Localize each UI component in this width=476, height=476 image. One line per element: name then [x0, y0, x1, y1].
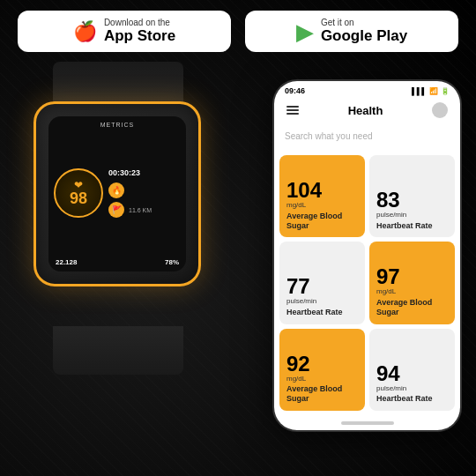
hamburger-line-1	[286, 106, 299, 108]
hamburger-menu-icon[interactable]	[286, 106, 299, 115]
watch-title: METRICS	[54, 122, 181, 128]
card-2-value: 77	[286, 276, 358, 297]
watch-steps-value: 22.128	[56, 258, 77, 266]
health-card-0: 104 mg/dL Average Blood Sugar	[279, 155, 365, 237]
battery-icon: 🔋	[441, 87, 450, 95]
card-3-label: Average Blood Sugar	[376, 298, 448, 317]
phone-search-bar: Search what you need	[274, 123, 460, 150]
health-card-3: 97 mg/dL Average Blood Sugar	[369, 242, 455, 324]
google-play-name: Google Play	[321, 27, 407, 45]
card-2-unit: pulse/min	[286, 297, 358, 306]
card-4-value: 92	[286, 353, 358, 375]
watch-right-area: 00:30:23 🔥 🚩 11.6 KM	[108, 168, 181, 218]
card-2-label: Heartbeat Rate	[286, 308, 358, 317]
watch-center-area: ❤ 98 00:30:23 🔥 🚩 11.6 KM	[54, 131, 181, 255]
google-play-label: Get it on	[321, 18, 407, 27]
watch-crown	[198, 157, 201, 182]
health-card-4: 92 mg/dL Average Blood Sugar	[279, 329, 365, 411]
watch-flag-item: 🚩 11.6 KM	[108, 202, 181, 218]
signal-icon: ▌▌▌	[412, 87, 427, 95]
app-store-button[interactable]: 🍎 Download on the App Store	[18, 11, 231, 52]
watch-bpm: 98	[70, 190, 87, 206]
google-play-text: Get it on Google Play	[321, 18, 407, 45]
search-placeholder: Search what you need	[285, 131, 373, 141]
card-0-unit: mg/dL	[286, 201, 358, 210]
card-4-label: Average Blood Sugar	[286, 384, 358, 404]
app-store-label: Download on the	[104, 18, 175, 27]
watch-screen: METRICS ❤ 98 00:30:23 🔥 🚩 1	[48, 116, 186, 271]
phone-status-right: ▌▌▌ 📶 🔋	[412, 87, 450, 95]
card-1-value: 83	[376, 190, 448, 211]
profile-avatar[interactable]	[432, 102, 448, 118]
health-cards-grid: 104 mg/dL Average Blood Sugar 83 pulse/m…	[274, 150, 460, 416]
watch-timer: 00:30:23	[108, 168, 181, 177]
watch-band-bottom	[53, 326, 183, 375]
card-3-unit: mg/dL	[376, 287, 448, 296]
card-0-value: 104	[286, 180, 358, 201]
card-5-label: Heartbeat Rate	[376, 394, 448, 404]
watch-metric-icons: 🔥 🚩 11.6 KM	[108, 182, 181, 218]
flag-icon: 🚩	[108, 202, 124, 218]
card-5-value: 94	[376, 363, 448, 384]
watch-steps-stat: 22.128	[56, 258, 77, 266]
card-1-label: Heartbeat Rate	[376, 221, 448, 231]
card-1-unit: pulse/min	[376, 211, 448, 219]
health-card-2: 77 pulse/min Heartbeat Rate	[279, 242, 365, 324]
app-store-text: Download on the App Store	[104, 18, 175, 45]
phone-time: 09:46	[285, 86, 305, 95]
phone-nav-title: Health	[348, 104, 383, 117]
watch-band-top	[53, 62, 183, 106]
phone-home-indicator	[274, 416, 460, 430]
app-store-name: App Store	[104, 27, 175, 45]
google-play-icon: ▶	[296, 20, 314, 43]
watch-battery-value: 78%	[165, 258, 179, 266]
watch-flame-item: 🔥	[108, 182, 181, 198]
phone-status-bar: 09:46 ▌▌▌ 📶 🔋	[274, 81, 460, 98]
smartphone: 09:46 ▌▌▌ 📶 🔋 Health Search what you nee…	[272, 79, 462, 432]
flame-icon: 🔥	[108, 182, 124, 198]
store-buttons-row: 🍎 Download on the App Store ▶ Get it on …	[18, 11, 458, 52]
card-5-unit: pulse/min	[376, 384, 448, 393]
card-0-label: Average Blood Sugar	[286, 212, 358, 231]
smartwatch: METRICS ❤ 98 00:30:23 🔥 🚩 1	[16, 93, 219, 339]
watch-battery-stat: 78%	[165, 258, 179, 266]
phone-body: 09:46 ▌▌▌ 📶 🔋 Health Search what you nee…	[272, 79, 462, 432]
health-card-5: 94 pulse/min Heartbeat Rate	[369, 329, 455, 411]
apple-icon: 🍎	[73, 22, 97, 41]
watch-body: METRICS ❤ 98 00:30:23 🔥 🚩 1	[33, 101, 201, 286]
card-4-unit: mg/dL	[286, 375, 358, 383]
hamburger-line-2	[286, 109, 299, 111]
google-play-button[interactable]: ▶ Get it on Google Play	[245, 11, 458, 52]
distance-label: 11.6 KM	[129, 207, 152, 213]
home-bar[interactable]	[341, 421, 394, 425]
watch-stats-row: 22.128 78%	[54, 255, 181, 266]
hamburger-line-3	[286, 113, 299, 115]
wifi-icon: 📶	[429, 87, 438, 95]
card-3-value: 97	[376, 266, 448, 287]
watch-heart-circle: ❤ 98	[54, 168, 103, 218]
health-card-1: 83 pulse/min Heartbeat Rate	[369, 155, 455, 237]
phone-nav-bar: Health	[274, 98, 460, 123]
